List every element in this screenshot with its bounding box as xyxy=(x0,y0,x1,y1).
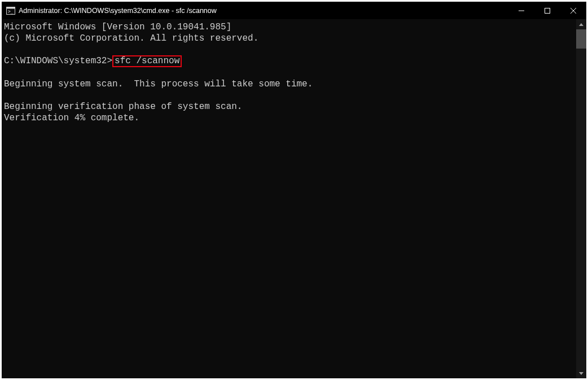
titlebar[interactable]: >_ Administrator: C:\WINDOWS\system32\cm… xyxy=(2,2,586,19)
copyright-line: (c) Microsoft Corporation. All rights re… xyxy=(4,33,258,43)
svg-rect-4 xyxy=(545,8,550,13)
minimize-button[interactable] xyxy=(508,2,534,19)
cmd-icon: >_ xyxy=(6,6,15,15)
verify-begin-line: Beginning verification phase of system s… xyxy=(4,102,242,112)
close-button[interactable] xyxy=(560,2,586,19)
scan-begin-line: Beginning system scan. This process will… xyxy=(4,79,313,89)
prompt-text: C:\WINDOWS\system32> xyxy=(4,56,112,66)
scroll-down-arrow[interactable] xyxy=(576,368,586,378)
window-controls xyxy=(508,2,586,19)
scroll-track[interactable] xyxy=(576,29,586,368)
scroll-up-arrow[interactable] xyxy=(576,19,586,29)
highlighted-command: sfc /scannow xyxy=(112,55,182,67)
maximize-button[interactable] xyxy=(534,2,560,19)
vertical-scrollbar[interactable] xyxy=(576,19,586,378)
terminal-output[interactable]: Microsoft Windows [Version 10.0.19041.98… xyxy=(2,19,576,378)
svg-marker-8 xyxy=(579,372,583,375)
progress-line: Verification 4% complete. xyxy=(4,113,139,123)
scroll-thumb[interactable] xyxy=(576,29,586,49)
svg-text:>_: >_ xyxy=(8,9,14,14)
svg-marker-7 xyxy=(579,23,583,26)
version-line: Microsoft Windows [Version 10.0.19041.98… xyxy=(4,22,231,32)
window-title: Administrator: C:\WINDOWS\system32\cmd.e… xyxy=(19,7,508,15)
cmd-window: >_ Administrator: C:\WINDOWS\system32\cm… xyxy=(0,0,588,380)
content-area: Microsoft Windows [Version 10.0.19041.98… xyxy=(2,19,586,378)
